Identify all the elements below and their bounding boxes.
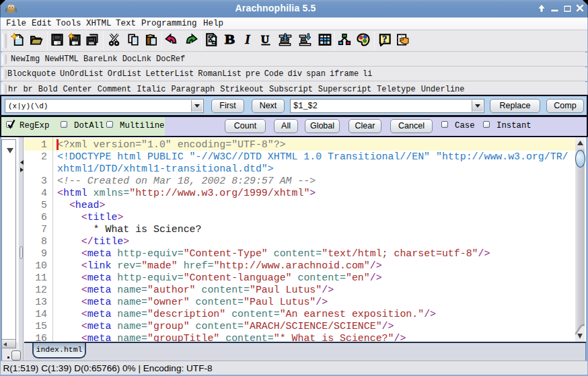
svg-text:?: ? (382, 34, 387, 44)
svg-text:B: B (225, 33, 235, 46)
svg-text:U: U (261, 33, 269, 46)
svg-text:I: I (244, 33, 250, 46)
